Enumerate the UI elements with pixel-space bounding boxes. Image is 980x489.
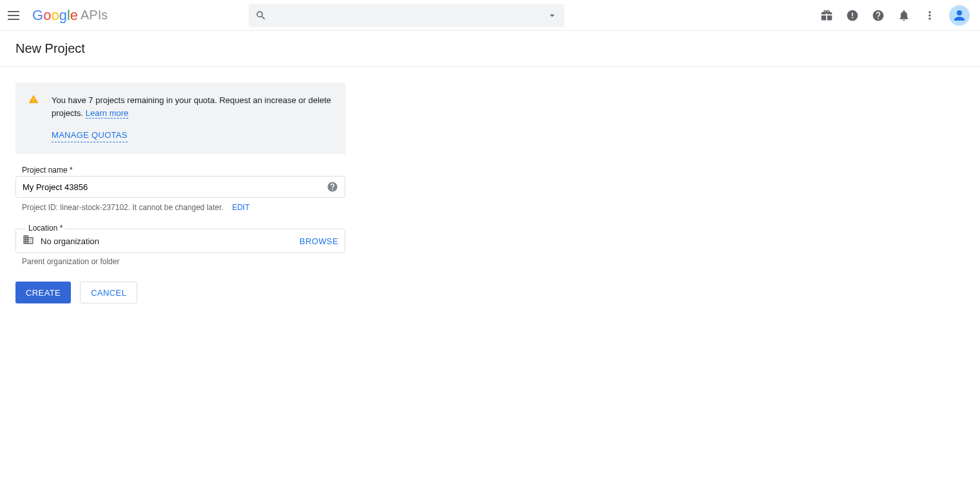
edit-project-id-button[interactable]: EDIT — [232, 203, 249, 212]
learn-more-link[interactable]: Learn more — [86, 108, 128, 119]
help-icon[interactable] — [872, 9, 885, 22]
action-row: CREATE CANCEL — [15, 282, 345, 303]
cancel-button[interactable]: CANCEL — [80, 282, 137, 303]
search-container — [249, 4, 564, 27]
project-name-label: Project name * — [15, 166, 345, 175]
location-field-wrap: Location * No organization BROWSE Parent… — [15, 229, 345, 266]
menu-icon[interactable] — [8, 8, 23, 23]
location-label: Location * — [26, 224, 65, 233]
field-help-icon[interactable] — [327, 181, 338, 193]
search-icon[interactable] — [255, 10, 267, 21]
avatar[interactable] — [949, 5, 970, 26]
quota-notice: You have 7 projects remaining in your qu… — [15, 82, 345, 154]
product-name: APIs — [81, 8, 108, 23]
project-name-input[interactable] — [23, 182, 322, 192]
browse-button[interactable]: BROWSE — [300, 236, 338, 246]
dropdown-icon[interactable] — [546, 10, 558, 21]
project-name-field-wrap — [15, 176, 345, 198]
gift-icon[interactable] — [820, 9, 833, 22]
svg-point-0 — [957, 10, 962, 15]
create-button[interactable]: CREATE — [15, 282, 71, 303]
location-hint: Parent organization or folder — [15, 253, 345, 266]
page-title: New Project — [0, 31, 980, 67]
organization-icon — [23, 234, 34, 248]
content: You have 7 projects remaining in your qu… — [0, 67, 361, 319]
manage-quotas-link[interactable]: MANAGE QUOTAS — [52, 129, 128, 142]
search-input[interactable] — [273, 10, 540, 21]
project-id-hint: Project ID: linear-stock-237102. It cann… — [15, 198, 345, 212]
location-value: No organization — [41, 236, 293, 246]
google-apis-logo[interactable]: Google APIs — [32, 7, 108, 24]
header-actions — [820, 5, 972, 26]
alert-icon[interactable] — [846, 9, 859, 22]
header-bar: Google APIs — [0, 0, 980, 31]
warning-icon — [28, 94, 39, 108]
more-icon[interactable] — [923, 9, 936, 22]
notifications-icon[interactable] — [898, 9, 910, 22]
